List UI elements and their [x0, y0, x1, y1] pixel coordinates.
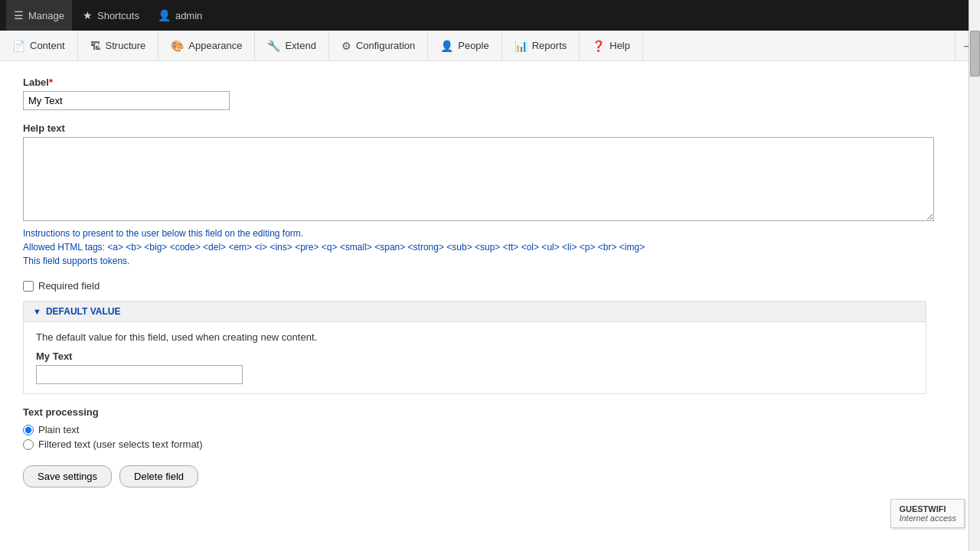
default-value-input[interactable]: [36, 365, 243, 384]
nav-people[interactable]: 👤 People: [428, 31, 501, 60]
help-info-line1: Instructions to present to the user belo…: [23, 227, 926, 240]
help-info-line2: Allowed HTML tags: <a> <b> <big> <code> …: [23, 240, 926, 254]
help-icon: ❓: [592, 40, 605, 52]
people-icon: 👤: [440, 40, 453, 52]
nav-help[interactable]: ❓ Help: [580, 31, 643, 60]
nav-structure[interactable]: 🏗 Structure: [78, 31, 159, 60]
default-value-header[interactable]: ▼ DEFAULT VALUE: [24, 302, 926, 322]
label-input[interactable]: [23, 91, 230, 110]
nav-help-label: Help: [609, 40, 630, 51]
nav-content[interactable]: 📄 Content: [0, 31, 78, 60]
nav-reports[interactable]: 📊 Reports: [502, 31, 580, 60]
label-text: Label: [23, 77, 49, 88]
manage-label: Manage: [28, 10, 64, 21]
delete-field-button[interactable]: Delete field: [119, 465, 198, 487]
plain-text-radio[interactable]: [23, 425, 34, 435]
nav-appearance[interactable]: 🎨 Appearance: [158, 31, 255, 60]
save-settings-button[interactable]: Save settings: [23, 465, 112, 487]
nav-bar: 📄 Content 🏗 Structure 🎨 Appearance 🔧 Ext…: [0, 31, 980, 61]
default-value-title: DEFAULT VALUE: [46, 306, 121, 317]
shortcuts-button[interactable]: ★ Shortcuts: [75, 0, 147, 31]
structure-icon: 🏗: [90, 40, 101, 52]
plain-text-label: Plain text: [38, 424, 79, 435]
nav-configuration[interactable]: ⚙ Configuration: [329, 31, 428, 60]
label-field-label: Label*: [23, 77, 926, 88]
required-star: *: [49, 77, 53, 88]
nav-reports-label: Reports: [532, 40, 567, 51]
person-icon: 👤: [158, 9, 171, 21]
nav-content-label: Content: [30, 40, 65, 51]
admin-label: admin: [175, 10, 202, 21]
help-text-field-group: Help text Instructions to present to the…: [23, 122, 926, 268]
text-processing-title: Text processing: [23, 406, 926, 418]
star-icon: ★: [83, 9, 93, 21]
default-value-section: ▼ DEFAULT VALUE The default value for th…: [23, 301, 926, 394]
required-field-checkbox[interactable]: [23, 281, 34, 292]
content-icon: 📄: [12, 40, 25, 52]
nav-extend-label: Extend: [285, 40, 315, 51]
appearance-icon: 🎨: [171, 40, 184, 52]
nav-structure-label: Structure: [106, 40, 146, 51]
help-text-textarea[interactable]: [23, 137, 934, 221]
help-info-line3: This field supports tokens.: [23, 254, 926, 268]
required-field-row: Required field: [23, 280, 926, 292]
filtered-text-row: Filtered text (user selects text format): [23, 439, 926, 450]
default-field-label: My Text: [36, 350, 913, 362]
nav-configuration-label: Configuration: [356, 40, 415, 51]
configuration-icon: ⚙: [341, 40, 351, 52]
label-field-group: Label*: [23, 77, 926, 110]
extend-icon: 🔧: [267, 40, 280, 52]
nav-extend[interactable]: 🔧 Extend: [255, 31, 328, 60]
help-info: Instructions to present to the user belo…: [23, 227, 926, 268]
main-content: Label* Help text Instructions to present…: [0, 61, 949, 503]
plain-text-row: Plain text: [23, 424, 926, 435]
admin-button[interactable]: 👤 admin: [150, 0, 210, 31]
button-row: Save settings Delete field: [23, 465, 926, 487]
tooltip-popup: GUESTWIFI Internet access: [890, 499, 965, 503]
filtered-text-label: Filtered text (user selects text format): [38, 439, 203, 450]
help-text-label: Help text: [23, 122, 926, 134]
default-value-desc: The default value for this field, used w…: [36, 331, 913, 343]
collapse-icon: ▼: [33, 307, 41, 316]
default-value-body: The default value for this field, used w…: [24, 322, 926, 393]
nav-people-label: People: [458, 40, 488, 51]
required-field-label: Required field: [38, 280, 100, 292]
filtered-text-radio[interactable]: [23, 439, 34, 450]
scrollbar-track[interactable]: [969, 0, 980, 503]
manage-button[interactable]: ☰ Manage: [6, 0, 72, 31]
nav-appearance-label: Appearance: [188, 40, 242, 51]
top-bar: ☰ Manage ★ Shortcuts 👤 admin: [0, 0, 980, 31]
reports-icon: 📊: [514, 40, 528, 52]
text-processing-group: Text processing Plain text Filtered text…: [23, 406, 926, 450]
scrollbar-thumb[interactable]: [970, 31, 980, 77]
shortcuts-label: Shortcuts: [97, 10, 139, 21]
hamburger-icon: ☰: [14, 9, 24, 21]
